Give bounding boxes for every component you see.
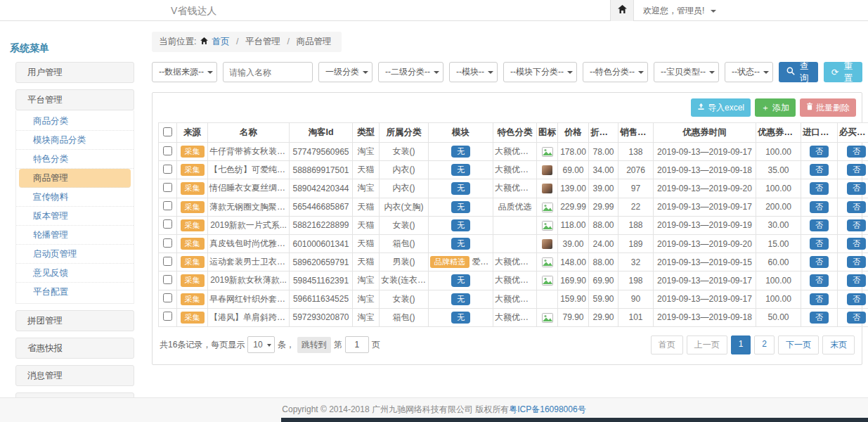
import-select-toggle[interactable]: 否 — [810, 201, 829, 213]
filter-select-feature-category[interactable]: --特色分类-- — [583, 62, 648, 82]
chevron-down-icon — [711, 10, 716, 13]
product-name: 真皮钱包时尚优雅女士... — [208, 234, 290, 252]
sidebar-item-bottom-1[interactable]: 省惠快报 — [15, 338, 134, 359]
filter-select-status[interactable]: --状态-- — [725, 62, 773, 82]
sidebar-subitem-9[interactable]: 平台配置 — [16, 283, 134, 302]
sidebar-subitem-0[interactable]: 商品分类 — [16, 112, 134, 131]
page-button-1[interactable]: 上一页 — [687, 335, 727, 354]
import-select-toggle[interactable]: 否 — [810, 146, 829, 158]
home-button[interactable] — [610, 0, 634, 21]
row-checkbox[interactable] — [163, 201, 172, 210]
filter-select-data-source[interactable]: --数据来源-- — [152, 62, 217, 82]
sidebar-item-platform-mgmt[interactable]: 平台管理 — [15, 89, 134, 110]
row-checkbox[interactable] — [163, 183, 172, 192]
per-page-select[interactable]: 10 — [247, 336, 274, 353]
product-name: 2019新款女秋薄款... — [208, 271, 290, 290]
col-header-13: 进口优选 — [801, 123, 838, 143]
page-button-2[interactable]: 1 — [731, 335, 751, 354]
coupon-amount: 100.00 — [756, 271, 801, 290]
row-checkbox[interactable] — [163, 257, 172, 266]
import-select-toggle[interactable]: 否 — [810, 164, 829, 176]
icp-link[interactable]: 粤ICP备16098006号 — [509, 404, 585, 414]
search-button[interactable]: 查询 — [779, 62, 818, 82]
coupon-time: 2019-09-13—2019-09-19 — [654, 216, 756, 234]
row-checkbox[interactable] — [163, 219, 172, 229]
import-select-toggle[interactable]: 否 — [810, 219, 829, 231]
row-checkbox[interactable] — [163, 312, 172, 321]
coupon-amount: 30.00 — [756, 216, 801, 234]
sales-count: 101 — [618, 308, 654, 326]
import-select-toggle[interactable]: 否 — [810, 256, 829, 268]
source-badge: 采集 — [181, 201, 205, 213]
welcome-text: 欢迎您，管理员! — [643, 6, 704, 15]
sidebar-item-bottom-2[interactable]: 消息管理 — [15, 365, 134, 386]
row-checkbox[interactable] — [163, 293, 172, 302]
product-category: 女装() — [380, 290, 429, 308]
must-buy-toggle[interactable]: 否 — [847, 238, 866, 250]
module-none-badge: 无 — [451, 238, 470, 250]
import-select-toggle[interactable]: 否 — [810, 238, 829, 250]
page-button-5[interactable]: 末页 — [822, 335, 855, 354]
product-type: 天猫 — [353, 253, 380, 271]
must-buy-toggle[interactable]: 否 — [847, 274, 866, 286]
taoke-id: 597293020870 — [290, 308, 353, 326]
must-buy-toggle[interactable]: 否 — [847, 164, 866, 176]
must-buy-toggle[interactable]: 否 — [847, 256, 866, 268]
module-none-badge: 无 — [451, 164, 470, 176]
chevron-down-icon — [267, 344, 271, 347]
price: 39.00 — [558, 234, 589, 252]
filter-select-level2-category[interactable]: --二级分类-- — [378, 62, 443, 82]
table-row: 采集早春网红针织外套女春...596611634525淘宝女装()无大额优惠券1… — [159, 290, 868, 308]
must-buy-toggle[interactable]: 否 — [847, 182, 866, 194]
page-number-input[interactable] — [345, 336, 369, 353]
jump-to-button[interactable]: 跳转到 — [297, 337, 331, 353]
import-select-toggle[interactable]: 否 — [810, 312, 829, 324]
sidebar-subitem-2[interactable]: 特色分类 — [16, 150, 134, 169]
filter-select-module[interactable]: --模块-- — [449, 62, 498, 82]
page-button-3[interactable]: 2 — [754, 335, 775, 354]
import-select-toggle[interactable]: 否 — [810, 293, 829, 305]
page-button-4[interactable]: 下一页 — [778, 335, 819, 354]
user-menu[interactable]: 欢迎您，管理员! — [643, 0, 716, 21]
row-checkbox[interactable] — [163, 238, 172, 248]
sidebar-subitem-4[interactable]: 宣传物料 — [16, 188, 134, 207]
breadcrumb-item[interactable]: 商品管理 — [297, 37, 332, 46]
breadcrumb-home-link[interactable]: 首页 — [212, 37, 230, 46]
sidebar-item-bottom-3[interactable]: 订单管理 — [15, 392, 134, 397]
sales-count: 138 — [618, 143, 654, 161]
must-buy-toggle[interactable]: 否 — [847, 312, 866, 324]
row-checkbox[interactable] — [163, 146, 172, 155]
sidebar-subitem-8[interactable]: 意见反馈 — [16, 264, 134, 283]
import-select-toggle[interactable]: 否 — [810, 274, 829, 286]
row-checkbox[interactable] — [163, 275, 172, 284]
breadcrumb-item[interactable]: 平台管理 — [245, 37, 280, 46]
module-featured-badge: 品牌精选 — [430, 256, 469, 268]
must-buy-toggle[interactable]: 否 — [847, 201, 866, 213]
add-button[interactable]: ＋ 添加 — [755, 98, 796, 117]
product-category: 内衣() — [380, 161, 429, 179]
sidebar-subitem-7[interactable]: 启动页管理 — [16, 245, 134, 264]
sidebar-subitem-5[interactable]: 版本管理 — [16, 207, 134, 226]
import-excel-button[interactable]: 导入excel — [691, 98, 751, 117]
name-search-input[interactable] — [223, 62, 313, 82]
table-row: 采集真皮钱包时尚优雅女士...601000601341天猫箱包()无39.002… — [159, 234, 868, 252]
source-badge: 采集 — [181, 274, 205, 286]
import-select-toggle[interactable]: 否 — [810, 182, 829, 194]
sidebar-subitem-3[interactable]: 商品管理 — [19, 169, 131, 188]
select-all-checkbox[interactable] — [163, 127, 172, 136]
must-buy-toggle[interactable]: 否 — [847, 293, 866, 305]
row-checkbox[interactable] — [163, 165, 172, 174]
must-buy-toggle[interactable]: 否 — [847, 219, 866, 231]
sidebar-subitem-1[interactable]: 模块商品分类 — [16, 131, 134, 150]
reset-button[interactable]: ⟳ 重置 — [824, 62, 862, 82]
batch-delete-button[interactable]: 批量删除 — [800, 98, 856, 117]
filter-select-module-subcategory[interactable]: --模块下分类-- — [503, 62, 577, 82]
must-buy-toggle[interactable]: 否 — [847, 146, 866, 158]
sidebar-subitem-6[interactable]: 轮播管理 — [16, 226, 134, 245]
filter-select-item-type[interactable]: --宝贝类型-- — [654, 62, 719, 82]
product-category: 内衣(文胸) — [380, 198, 429, 216]
sidebar-item-user-mgmt[interactable]: 用户管理 — [15, 62, 134, 83]
page-button-0[interactable]: 首页 — [651, 335, 683, 354]
sidebar-item-bottom-0[interactable]: 拼团管理 — [15, 310, 134, 331]
filter-select-level1-category[interactable]: 一级分类 — [318, 62, 373, 82]
